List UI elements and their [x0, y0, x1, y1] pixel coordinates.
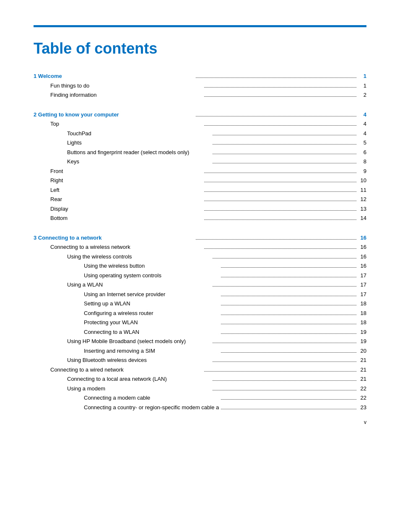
- toc-entry-text: Using operating system controls: [34, 271, 219, 280]
- toc-row: Inserting and removing a SIM20: [34, 347, 366, 355]
- toc-page-num: 22: [358, 385, 366, 393]
- toc-dots: [221, 305, 356, 305]
- toc-row: TouchPad4: [34, 129, 366, 138]
- toc-dots: [221, 277, 356, 277]
- toc-page-num: 11: [358, 186, 366, 194]
- toc-entry-text: Using HP Mobile Broadband (select models…: [34, 337, 211, 346]
- toc-row: Using the wireless button16: [34, 262, 366, 270]
- toc-entry-text: TouchPad: [34, 129, 211, 138]
- toc-dots: [221, 296, 356, 296]
- toc-dots: [221, 333, 356, 334]
- toc-dots: [213, 362, 356, 362]
- toc-dots: [213, 343, 356, 343]
- toc-dots: [204, 371, 356, 372]
- toc-dots: [204, 173, 356, 173]
- toc-entry-text: Right: [34, 176, 203, 185]
- toc-page-num: 18: [358, 300, 366, 308]
- toc-page-num: 16: [358, 262, 366, 270]
- second-border: [34, 27, 366, 27]
- toc-row: Right10: [34, 176, 366, 185]
- toc-page-num: 21: [358, 366, 366, 374]
- toc-page-num: 4: [358, 111, 366, 119]
- toc-row: Finding information2: [34, 91, 366, 99]
- toc-page-num: 8: [358, 158, 366, 166]
- toc-row: Top4: [34, 120, 366, 128]
- toc-entry-text: Rear: [34, 195, 203, 204]
- toc-dots: [221, 324, 356, 324]
- toc-row: Connecting a modem cable22: [34, 394, 366, 402]
- toc-entry-text: Connecting to a wireless network: [34, 243, 203, 251]
- toc-page-num: 4: [358, 120, 366, 128]
- toc-dots: [221, 352, 356, 353]
- toc-page-num: 20: [358, 347, 366, 355]
- toc-page-num: 10: [358, 176, 366, 185]
- toc-row: Display13: [34, 205, 366, 213]
- toc-page-num: 21: [358, 375, 366, 383]
- toc-dots: [213, 380, 356, 381]
- toc-dots: [204, 125, 356, 126]
- toc-page-num: 16: [358, 253, 366, 261]
- toc-row: Using operating system controls17: [34, 271, 366, 280]
- toc-row: Keys8: [34, 158, 366, 166]
- toc-dots: [213, 135, 356, 135]
- toc-dots: [196, 239, 356, 240]
- toc-page-num: 6: [358, 148, 366, 157]
- toc-page-num: 9: [358, 167, 366, 176]
- toc-row: Protecting your WLAN18: [34, 318, 366, 327]
- toc-entry-text: Lights: [34, 139, 211, 147]
- toc-dots: [213, 154, 356, 154]
- toc-page-num: 4: [358, 129, 366, 138]
- toc-entry-text: Buttons and fingerprint reader (select m…: [34, 148, 211, 157]
- toc-row: Connecting to a wireless network16: [34, 243, 366, 251]
- toc-row: Buttons and fingerprint reader (select m…: [34, 148, 366, 157]
- toc-row: Rear12: [34, 195, 366, 204]
- toc-dots: [196, 116, 356, 116]
- toc-entry-text: Connecting a country- or region-specific…: [34, 403, 219, 412]
- toc-page-num: 16: [358, 243, 366, 251]
- toc-row: Using a WLAN17: [34, 281, 366, 289]
- toc-entry-text: Configuring a wireless router: [34, 309, 219, 318]
- toc-dots: [196, 77, 356, 78]
- toc-entry-text: Connecting to a WLAN: [34, 328, 219, 336]
- toc-page-num: 22: [358, 394, 366, 402]
- toc-content: 1 Welcome1Fun things to do1Finding infor…: [34, 72, 366, 411]
- toc-entry-text: Setting up a WLAN: [34, 300, 219, 308]
- toc-entry-text: Top: [34, 120, 203, 128]
- toc-entry-text: 3 Connecting to a network: [34, 234, 194, 242]
- toc-row: Connecting a country- or region-specific…: [34, 403, 366, 412]
- toc-entry-text: 2 Getting to know your computer: [34, 111, 194, 119]
- toc-page-num: 2: [358, 91, 366, 99]
- toc-page-num: 17: [358, 290, 366, 299]
- toc-page-num: 1: [358, 72, 366, 80]
- toc-row: Using Bluetooth wireless devices21: [34, 356, 366, 364]
- toc-dots: [204, 96, 356, 97]
- toc-page-num: 1: [358, 82, 366, 90]
- toc-dots: [221, 399, 356, 400]
- toc-page-num: 19: [358, 337, 366, 346]
- toc-entry-text: Display: [34, 205, 203, 213]
- toc-entry-text: Using a WLAN: [34, 281, 211, 289]
- toc-entry-text: Left: [34, 186, 203, 194]
- toc-page-num: 5: [358, 139, 366, 147]
- toc-entry-text: Using the wireless controls: [34, 253, 211, 261]
- toc-page-num: 13: [358, 205, 366, 213]
- toc-row: Fun things to do1: [34, 82, 366, 90]
- toc-dots: [204, 201, 356, 201]
- toc-dots: [213, 163, 356, 163]
- toc-page-num: 18: [358, 318, 366, 327]
- toc-dots: [213, 286, 356, 287]
- toc-dots: [213, 390, 356, 390]
- toc-row: 2 Getting to know your computer4: [34, 111, 366, 119]
- toc-entry-text: Using a modem: [34, 385, 211, 393]
- toc-page-num: 12: [358, 195, 366, 204]
- page-title: Table of contents: [34, 40, 366, 57]
- toc-row: Left11: [34, 186, 366, 194]
- toc-page-num: 17: [358, 271, 366, 280]
- toc-dots: [204, 210, 356, 211]
- toc-entry-text: Using the wireless button: [34, 262, 219, 270]
- toc-row: Connecting to a wired network21: [34, 366, 366, 374]
- toc-page-num: 19: [358, 328, 366, 336]
- toc-entry-text: Front: [34, 167, 203, 176]
- toc-dots: [213, 144, 356, 145]
- toc-dots: [221, 315, 356, 315]
